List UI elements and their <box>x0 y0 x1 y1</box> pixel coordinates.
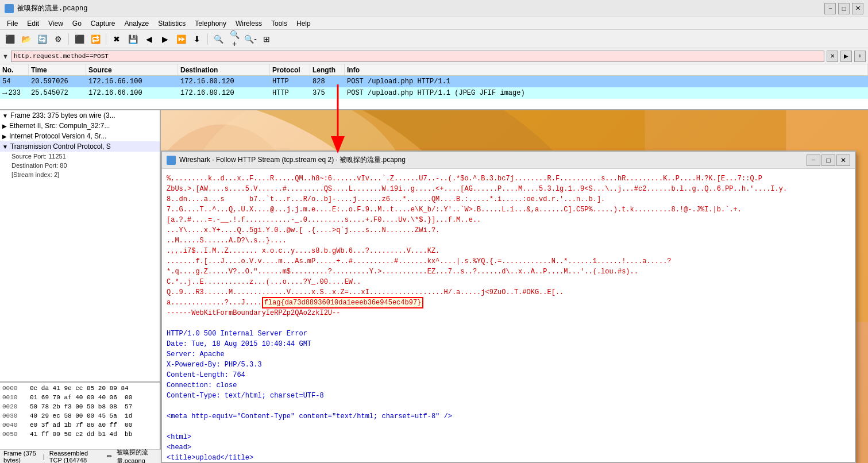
header-time: Time <box>29 64 86 75</box>
menu-telephony[interactable]: Telephony <box>190 18 231 29</box>
filter-apply-button[interactable]: ▶ <box>840 51 852 62</box>
filter-bar: ▼ ✕ ▶ + <box>0 48 868 64</box>
header-source: Source <box>86 64 178 75</box>
detail-frame-label: Frame 233: 375 bytes on wire (3... <box>10 111 115 119</box>
sep3 <box>207 33 208 45</box>
dialog-minimize[interactable]: － <box>807 155 820 166</box>
packet-no: → 233 <box>0 87 29 99</box>
packet-src: 172.16.66.100 <box>86 87 178 99</box>
packet-dst: 172.16.80.120 <box>178 76 270 87</box>
status-bar: Frame (375 bytes) | Reassembled TCP (164… <box>0 449 161 463</box>
dialog-title-bar: Wireshark · Follow HTTP Stream (tcp.stre… <box>162 152 855 169</box>
packet-len: 828 <box>310 76 345 87</box>
content-line-3: 8..dn....a...s b7..`t...r...R/o..b]-....… <box>167 194 850 205</box>
packet-row-233[interactable]: → 233 25.545072 172.16.66.100 172.16.80.… <box>0 87 868 99</box>
toolbar-ring[interactable]: ⚙ <box>51 32 65 47</box>
content-line-2: ZbUs.>.[AW....s....5.V......#.........QS… <box>167 184 850 194</box>
packet-list-header: No. Time Source Destination Protocol Len… <box>0 64 868 76</box>
toolbar-refresh[interactable]: 🔄 <box>34 32 49 47</box>
packet-proto: HTTP <box>270 76 310 87</box>
detail-frame[interactable]: ▼ Frame 233: 375 bytes on wire (3... <box>0 110 160 121</box>
header-length: Length <box>310 64 345 75</box>
menu-capture[interactable]: Capture <box>86 18 120 29</box>
menu-view[interactable]: View <box>44 18 68 29</box>
detail-tcp-label: Transmission Control Protocol, S <box>10 142 111 151</box>
packet-row-54[interactable]: 54 20.597026 172.16.66.100 172.16.80.120… <box>0 76 868 87</box>
status-reassembled: Reassembled TCP (164748 <box>49 450 102 464</box>
menu-go[interactable]: Go <box>68 18 86 29</box>
detail-ip[interactable]: ▶ Internet Protocol Version 4, Sr... <box>0 131 160 141</box>
toolbar-back[interactable]: ◀ <box>141 32 156 47</box>
close-button[interactable]: ✕ <box>852 3 863 14</box>
detail-ethernet[interactable]: ▶ Ethernet II, Src: CompuIn_32:7... <box>0 121 160 131</box>
menu-file[interactable]: File <box>2 18 22 29</box>
packet-details: ▼ Frame 233: 375 bytes on wire (3... ▶ E… <box>0 110 160 383</box>
follow-http-stream-dialog: Wireshark · Follow HTTP Stream (tcp.stre… <box>161 151 856 463</box>
menu-tools[interactable]: Tools <box>267 18 292 29</box>
menu-help[interactable]: Help <box>292 18 315 29</box>
status-file: 被嗅探的流量.pcapng <box>117 448 157 464</box>
toolbar-stop[interactable]: ⬛ <box>72 32 87 47</box>
toolbar-zoom-in[interactable]: 🔍+ <box>227 32 242 47</box>
detail-tcp[interactable]: ▼ Transmission Control Protocol, S <box>0 141 160 152</box>
content-line-13: a.............?...J....flag{da73d8893601… <box>167 298 850 308</box>
content-line-1: %,........k..d...x..F....R.....QM..h8~:6… <box>167 173 850 184</box>
detail-stream: [Stream index: 2] <box>0 170 160 179</box>
toolbar-jump[interactable]: ⏩ <box>173 32 188 47</box>
title-bar: 被嗅探的流量.pcapng － □ ✕ <box>0 0 868 17</box>
toolbar-new[interactable]: ⬛ <box>2 32 17 47</box>
toolbar-down[interactable]: ⬇ <box>190 32 205 47</box>
hex-row-0040: 0040 e0 3f ad 1b 7f 86 a0 ff 00 <box>2 420 157 430</box>
packet-dst: 172.16.80.120 <box>178 87 270 99</box>
filter-save-button[interactable]: + <box>854 51 866 62</box>
maximize-button[interactable]: □ <box>838 3 850 14</box>
packet-time: 20.597026 <box>29 76 86 87</box>
minimize-button[interactable]: － <box>824 3 836 14</box>
app-icon <box>5 4 14 13</box>
toolbar-close[interactable]: ✖ <box>109 32 124 47</box>
content-line-14: ------WebKitFormBoundaryIeRPZp2QAo2zkI2U… <box>167 308 850 318</box>
header-destination: Destination <box>178 64 270 75</box>
toolbar-restart[interactable]: 🔁 <box>88 32 103 47</box>
dialog-content[interactable]: %,........k..d...x..F....R.....QM..h8~:6… <box>162 169 855 462</box>
detail-ip-label: Internet Protocol Version 4, Sr... <box>9 132 106 140</box>
detail-ethernet-label: Ethernet II, Src: CompuIn_32:7... <box>9 122 110 130</box>
packet-len: 375 <box>310 87 345 99</box>
menu-analyze[interactable]: Analyze <box>120 18 154 29</box>
content-line-5: [a.?.#....=.-__.!.f...........-_.0......… <box>167 215 850 225</box>
toolbar-zoom-fit[interactable]: ⊞ <box>259 32 274 47</box>
filter-clear-button[interactable]: ✕ <box>827 51 838 62</box>
response-head: <head> <box>167 442 850 453</box>
dialog-maximize[interactable]: □ <box>821 155 835 166</box>
response-server: Server: Apache <box>167 349 850 360</box>
toolbar-forward[interactable]: ▶ <box>157 32 172 47</box>
response-html: <html> <box>167 432 850 442</box>
menu-wireless[interactable]: Wireless <box>231 18 267 29</box>
toolbar-open[interactable]: 📂 <box>18 32 33 47</box>
response-powered: X-Powered-By: PHP/5.3.3 <box>167 360 850 370</box>
detail-src-port: Source Port: 11251 <box>0 152 160 161</box>
toolbar: ⬛ 📂 🔄 ⚙ ⬛ 🔁 ✖ 💾 ◀ ▶ ⏩ ⬇ 🔍 🔍+ 🔍- ⊞ <box>0 30 868 48</box>
dialog-icon <box>167 156 176 165</box>
content-line-8: .,,.i7$..I.M..Z....... x.o.c..y....s8.b.… <box>167 246 850 256</box>
response-content-type: Content-Type: text/html; charset=UTF-8 <box>167 391 850 401</box>
response-http-status: HTTP/1.0 500 Internal Server Error <box>167 329 850 339</box>
sep2 <box>106 33 106 45</box>
toolbar-zoom-out[interactable]: 🔍- <box>243 32 258 47</box>
menu-statistics[interactable]: Statistics <box>153 18 190 29</box>
response-connection: Connection: close <box>167 380 850 391</box>
packet-info: POST /upload.php HTTP/1.1 (JPEG JFIF ima… <box>345 87 868 99</box>
status-frame-info: Frame (375 bytes) <box>3 450 38 464</box>
toolbar-save[interactable]: 💾 <box>125 32 140 47</box>
toolbar-zoom-reset[interactable]: 🔍 <box>211 32 226 47</box>
dialog-close[interactable]: ✕ <box>836 155 850 166</box>
menu-edit[interactable]: Edit <box>22 18 44 29</box>
hex-row-0050: 0050 41 ff 00 50 c2 dd b1 4d bb <box>2 430 157 439</box>
hex-row-0030: 0030 40 29 ec 58 00 00 45 5a 1d <box>2 411 157 420</box>
left-panel: ▼ Frame 233: 375 bytes on wire (3... ▶ E… <box>0 110 161 463</box>
status-edit-icon[interactable]: ✏ <box>107 453 112 460</box>
filter-input[interactable] <box>11 51 824 62</box>
packet-time: 25.545072 <box>29 87 86 99</box>
packet-info: POST /upload.php HTTP/1.1 <box>345 76 868 87</box>
window-controls: － □ ✕ <box>824 3 863 14</box>
